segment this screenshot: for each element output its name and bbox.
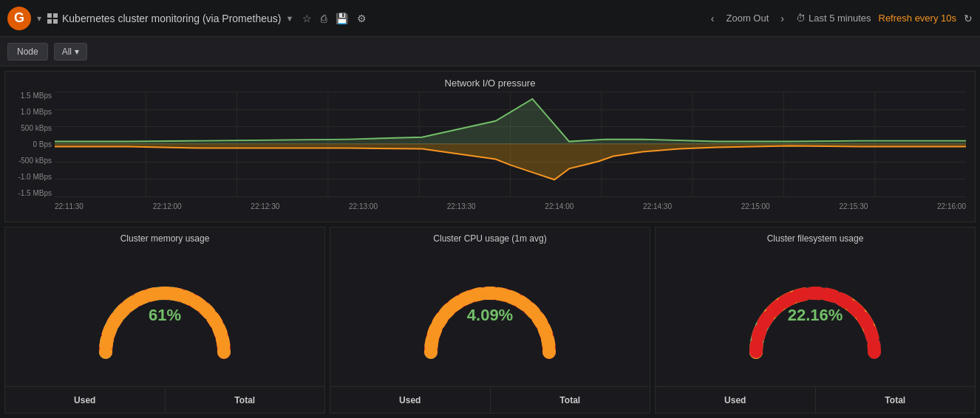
x-label-7: 22:15:00: [741, 202, 770, 210]
topbar-right: ‹ Zoom Out › ⏱ Last 5 minutes Refresh ev…: [707, 11, 973, 26]
x-label-2: 22:12:30: [251, 202, 279, 210]
x-label-0: 22:11:30: [55, 202, 84, 210]
share-icon[interactable]: ⎙: [321, 13, 327, 24]
cpu-gauge-footer: Used Total: [330, 386, 650, 413]
node-button[interactable]: Node: [7, 43, 48, 61]
network-chart-title: Network I/O pressure: [14, 78, 966, 89]
cpu-gauge-container: 4.09%: [330, 244, 650, 386]
filesystem-gauge-title: Cluster filesystem usage: [767, 227, 864, 244]
refresh-label[interactable]: Refresh every 10s: [879, 13, 957, 24]
memory-gauge-value: 61%: [149, 306, 181, 325]
x-label-5: 22:14:00: [545, 202, 574, 210]
title-dropdown-arrow[interactable]: ▼: [285, 14, 293, 23]
cpu-gauge-panel: Cluster CPU usage (1m avg) 4.09% Used To…: [330, 227, 650, 414]
dropdown-chevron: ▾: [75, 47, 79, 57]
filesystem-used-label: Used: [656, 386, 816, 413]
x-label-9: 22:16:00: [937, 202, 966, 210]
star-icon[interactable]: ☆: [302, 13, 312, 24]
network-chart-panel: Network I/O pressure 1.5 MBps 1.0 MBps 5…: [4, 71, 976, 222]
cpu-total-label: Total: [491, 386, 650, 413]
memory-gauge-footer: Used Total: [5, 386, 324, 413]
y-label-0: 1.5 MBps: [21, 92, 52, 100]
chart-y-labels: 1.5 MBps 1.0 MBps 500 kBps 0 Bps -500 kB…: [14, 92, 55, 197]
memory-used-label: Used: [5, 386, 166, 413]
network-chart-svg: [55, 92, 966, 196]
cpu-gauge-value: 4.09%: [467, 306, 513, 325]
dashboard-icon: [47, 13, 58, 24]
topbar-icon-group: ☆ ⎙ 💾 ⚙: [302, 13, 367, 24]
y-label-4: -500 kBps: [18, 157, 52, 165]
zoom-out-label: Zoom Out: [726, 13, 769, 24]
dashboard-title: Kubernetes cluster monitoring (via Prome…: [62, 13, 281, 24]
gauge-row: Cluster memory usage 61% Used Total: [4, 227, 976, 414]
zoom-forward-button[interactable]: ›: [776, 11, 789, 26]
cpu-gauge-title: Cluster CPU usage (1m avg): [433, 227, 546, 244]
topbar: G ▾ Kubernetes cluster monitoring (via P…: [0, 0, 980, 37]
settings-icon[interactable]: ⚙: [357, 13, 367, 24]
y-label-6: -1.5 MBps: [18, 189, 52, 197]
y-label-1: 1.0 MBps: [21, 108, 52, 116]
memory-gauge-title: Cluster memory usage: [120, 227, 210, 244]
grafana-logo[interactable]: G: [7, 7, 31, 30]
filesystem-gauge-panel: Cluster filesystem usage 22.16% Used Tot…: [655, 227, 976, 414]
cpu-used-label: Used: [330, 386, 491, 413]
zoom-back-button[interactable]: ‹: [707, 11, 719, 26]
y-label-5: -1.0 MBps: [18, 173, 52, 181]
y-label-2: 500 kBps: [21, 124, 52, 132]
memory-gauge-container: 61%: [5, 244, 324, 386]
x-label-1: 22:12:00: [153, 202, 182, 210]
x-label-3: 22:13:00: [349, 202, 378, 210]
time-range-label[interactable]: ⏱ Last 5 minutes: [796, 13, 871, 24]
chart-x-labels: 22:11:30 22:12:00 22:12:30 22:13:00 22:1…: [55, 199, 966, 213]
main-content: Network I/O pressure 1.5 MBps 1.0 MBps 5…: [0, 66, 980, 418]
x-label-4: 22:13:30: [447, 202, 476, 210]
subbar: Node All ▾: [0, 37, 980, 66]
filesystem-gauge-container: 22.16%: [656, 244, 975, 386]
memory-total-label: Total: [166, 386, 325, 413]
filesystem-gauge-value: 22.16%: [788, 306, 843, 325]
chart-area: 1.5 MBps 1.0 MBps 500 kBps 0 Bps -500 kB…: [14, 92, 966, 213]
dropdown-arrow[interactable]: ▾: [37, 13, 41, 24]
save-icon[interactable]: 💾: [336, 13, 348, 24]
refresh-icon[interactable]: ↻: [964, 13, 973, 24]
filesystem-gauge-footer: Used Total: [656, 386, 975, 413]
filesystem-total-label: Total: [816, 386, 976, 413]
dashboard-title-area: Kubernetes cluster monitoring (via Prome…: [47, 13, 293, 24]
y-label-3: 0 Bps: [33, 140, 52, 148]
x-label-8: 22:15:30: [839, 202, 868, 210]
memory-gauge-panel: Cluster memory usage 61% Used Total: [4, 227, 325, 414]
all-dropdown[interactable]: All ▾: [54, 43, 87, 61]
x-label-6: 22:14:30: [643, 202, 672, 210]
clock-icon: ⏱: [796, 13, 806, 24]
